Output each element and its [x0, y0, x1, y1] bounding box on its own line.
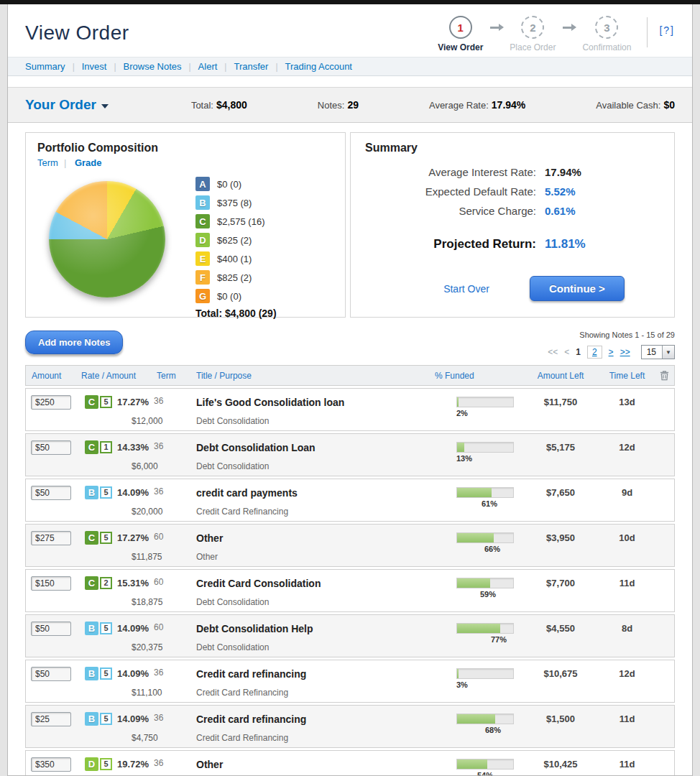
col-header-amount-left[interactable]: Amount Left — [521, 371, 600, 381]
stat-label: Average Rate: — [429, 100, 489, 111]
continue-button[interactable]: Continue > — [530, 276, 625, 301]
stat-label: Total: — [191, 100, 213, 111]
note-title[interactable]: Other — [196, 531, 435, 544]
pagination: << < 1 2 > >> 15 ▼ — [548, 345, 675, 359]
nav-link[interactable]: Summary — [25, 61, 65, 72]
funded-bar-fill — [457, 578, 490, 588]
grade-sub-badge: 5 — [100, 758, 112, 770]
note-rate: 19.72% — [117, 759, 149, 770]
table-header-row: Amount Rate / Amount Term Title / Purpos… — [25, 365, 675, 386]
step-label: Place Order — [510, 42, 556, 52]
notes-table: Amount Rate / Amount Term Title / Purpos… — [25, 365, 675, 776]
page-header: View Order 1 View Order — [8, 4, 692, 57]
nav-item: Browse Notes — [106, 61, 181, 72]
legend-total: Total: $4,800 (29) — [195, 308, 277, 319]
legend-item: F $825 (2) — [195, 270, 277, 285]
note-title[interactable]: credit card payments — [196, 486, 435, 499]
amount-input[interactable] — [31, 486, 71, 500]
amount-input[interactable] — [31, 395, 71, 410]
nav-link[interactable]: Alert — [198, 61, 218, 72]
note-row: C 2 15.31% 60 $18,875 Credit Card Consol… — [25, 569, 675, 612]
portfolio-tab[interactable]: Grade — [75, 157, 102, 168]
order-summary-bar: Your Order Total:$4,800 Notes:29 Average… — [8, 87, 692, 123]
col-header-rate-amount[interactable]: Rate / Amount — [81, 371, 157, 381]
grade-badge: B — [85, 667, 98, 680]
chevron-down-icon: ▼ — [662, 346, 674, 359]
note-purpose: Credit Card Refinancing — [196, 507, 435, 517]
col-header-time-left[interactable]: Time Left — [600, 371, 654, 381]
funded-bar — [456, 759, 514, 770]
nav-item: Invest — [65, 61, 107, 72]
pager-page-1[interactable]: 1 — [576, 347, 581, 357]
note-term: 60 — [154, 622, 163, 632]
amount-input[interactable] — [31, 667, 71, 681]
loan-amount: $11,875 — [132, 552, 196, 562]
pager-last[interactable]: >> — [620, 347, 630, 357]
funded-label: 54% — [435, 771, 521, 776]
amount-input[interactable] — [31, 440, 71, 455]
funded-label: 68% — [435, 726, 521, 734]
portfolio-tab[interactable]: Term — [37, 157, 58, 168]
funded-bar-fill — [457, 488, 492, 497]
grade-swatch: A — [195, 177, 210, 191]
note-purpose: Credit Card Refinancing — [196, 733, 435, 743]
pager-first[interactable]: << — [548, 347, 558, 357]
note-title[interactable]: Debt Consolidation Help — [196, 622, 435, 634]
note-rate: 17.27% — [117, 532, 149, 543]
note-rate: 14.09% — [117, 713, 149, 724]
pager-next[interactable]: > — [609, 347, 614, 357]
col-header-amount[interactable]: Amount — [26, 371, 81, 381]
note-rate: 14.09% — [117, 668, 149, 679]
step-item: 1 View Order — [438, 16, 483, 52]
funded-bar-fill — [457, 443, 464, 452]
note-title[interactable]: Credit Card Consolidation — [196, 576, 435, 589]
stat-value: $4,800 — [216, 99, 247, 111]
amount-left: $5,175 — [546, 440, 575, 453]
amount-input[interactable] — [31, 757, 71, 772]
col-header-title-purpose[interactable]: Title / Purpose — [196, 371, 435, 381]
tab-wrap: Grade| — [75, 157, 102, 168]
summary-row: Expected Default Rate: 5.52% — [365, 185, 660, 198]
add-more-notes-button[interactable]: Add more Notes — [25, 331, 123, 354]
funded-bar — [456, 442, 514, 453]
pager-page-2[interactable]: 2 — [587, 346, 602, 359]
nav-item: Summary — [25, 61, 65, 72]
grade-swatch: D — [195, 233, 210, 247]
nav-link[interactable]: Browse Notes — [124, 61, 182, 72]
note-rate: 14.33% — [117, 442, 149, 453]
amount-input[interactable] — [31, 576, 71, 591]
note-title[interactable]: Debt Consolidation Loan — [196, 440, 435, 453]
your-order-dropdown[interactable]: Your Order — [25, 97, 109, 113]
order-stat: Average Rate:17.94% — [429, 99, 525, 111]
trash-icon[interactable] — [659, 370, 670, 383]
note-row: C 5 17.27% 60 $11,875 Other Other 66% $3… — [25, 524, 675, 567]
page-size-select[interactable]: 15 ▼ — [641, 345, 675, 359]
note-title[interactable]: Credit card refinancing — [196, 712, 435, 725]
pager-prev[interactable]: < — [564, 347, 569, 357]
help-link[interactable]: [?] — [659, 16, 675, 36]
note-title[interactable]: Life's Good Consolidation loan — [196, 395, 435, 408]
grade-sub-badge: 5 — [100, 486, 112, 499]
note-title[interactable]: Other — [196, 757, 435, 770]
funded-bar — [456, 668, 514, 679]
nav-link[interactable]: Trading Account — [285, 61, 352, 72]
start-over-link[interactable]: Start Over — [443, 283, 489, 295]
amount-left: $10,675 — [544, 666, 578, 679]
nav-item: Trading Account — [268, 61, 352, 72]
funded-label: 66% — [435, 545, 521, 553]
nav-link[interactable]: Invest — [82, 61, 107, 72]
col-header-funded[interactable]: % Funded — [435, 371, 521, 381]
nav-link[interactable]: Transfer — [234, 61, 268, 72]
note-title[interactable]: Credit card refinancing — [196, 667, 435, 680]
order-stat: Total:$4,800 — [191, 99, 247, 111]
col-header-term[interactable]: Term — [157, 371, 196, 381]
amount-input[interactable] — [31, 622, 71, 636]
stat-value: $0 — [663, 99, 675, 111]
grade-sub-badge: 2 — [100, 577, 112, 589]
legend-text: $2,575 (16) — [217, 216, 265, 227]
amount-input[interactable] — [31, 712, 71, 726]
legend-text: $0 (0) — [217, 179, 241, 190]
your-order-label: Your Order — [25, 97, 96, 113]
amount-input[interactable] — [31, 531, 71, 545]
grade-badge: C — [85, 440, 98, 454]
